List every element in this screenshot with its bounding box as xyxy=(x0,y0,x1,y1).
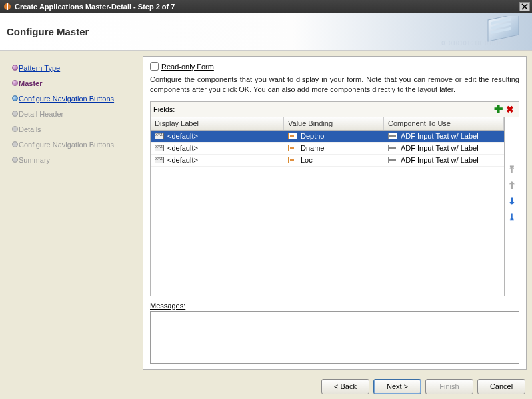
description-text: Configure the components that you want t… xyxy=(150,75,519,95)
messages-label: Messages: xyxy=(150,302,519,310)
binding-icon xyxy=(288,133,297,139)
nav-step-master: Master xyxy=(4,75,137,91)
wizard-nav: Pattern Type Master Configure Navigation… xyxy=(0,51,140,374)
cell-display: <default> xyxy=(167,144,198,152)
nav-label[interactable]: Configure Navigation Buttons xyxy=(19,95,114,103)
move-top-button[interactable]: ⤒ xyxy=(506,163,518,175)
cell-binding: Dname xyxy=(301,144,324,152)
move-up-button[interactable]: ⬆ xyxy=(506,179,518,191)
svg-text:01010101010101010: 01010101010101010 xyxy=(441,40,503,47)
text-icon xyxy=(155,133,164,139)
nav-step-config-nav-buttons-2: Configure Navigation Buttons xyxy=(4,137,137,152)
move-bottom-button[interactable]: ⤓ xyxy=(506,211,518,223)
window-title: Create Applications Master-Detail - Step… xyxy=(15,3,519,11)
main-area: Pattern Type Master Configure Navigation… xyxy=(0,51,532,374)
nav-dot-icon xyxy=(12,126,18,132)
binding-icon xyxy=(288,145,297,151)
fields-header-row: Fields: ✚ ✖ xyxy=(150,101,519,117)
col-display-label[interactable]: Display Label xyxy=(151,117,284,130)
nav-step-summary: Summary xyxy=(4,152,137,167)
remove-field-button[interactable]: ✖ xyxy=(504,103,516,115)
svg-rect-1 xyxy=(7,3,8,10)
readonly-checkbox[interactable] xyxy=(150,62,159,71)
readonly-label[interactable]: Read-only Form xyxy=(161,63,214,71)
nav-dot-icon xyxy=(12,157,18,163)
next-button[interactable]: Next > xyxy=(373,379,421,394)
cell-component: ADF Input Text w/ Label xyxy=(401,144,479,152)
arrow-up-icon: ⬆ xyxy=(508,180,516,191)
finish-button[interactable]: Finish xyxy=(425,379,473,394)
messages-box xyxy=(150,311,519,364)
table-row[interactable]: <default> Deptno ADF Input Text w/ Label xyxy=(151,131,504,143)
content-panel: Read-only Form Configure the components … xyxy=(143,56,527,370)
footer-bar: < Back Next > Finish Cancel xyxy=(0,374,532,399)
cell-binding: Loc xyxy=(301,156,313,164)
titlebar: Create Applications Master-Detail - Step… xyxy=(0,0,532,13)
reorder-buttons: ⤒ ⬆ ⬇ ⤓ xyxy=(505,117,519,296)
close-button[interactable] xyxy=(519,2,530,11)
nav-label: Detail Header xyxy=(19,110,63,118)
nav-label: Summary xyxy=(19,156,50,164)
component-icon xyxy=(388,157,397,163)
text-icon xyxy=(155,145,164,151)
cell-binding: Deptno xyxy=(301,132,324,140)
nav-dot-icon xyxy=(12,111,18,117)
cell-display: <default> xyxy=(167,132,198,140)
page-title: Configure Master xyxy=(7,26,89,37)
component-icon xyxy=(388,145,397,151)
nav-label: Configure Navigation Buttons xyxy=(19,141,114,149)
arrow-down-icon: ⬇ xyxy=(508,196,516,206)
nav-label: Master xyxy=(19,79,42,87)
back-button[interactable]: < Back xyxy=(321,379,369,394)
nav-step-detail-header: Detail Header xyxy=(4,106,137,121)
nav-step-details: Details xyxy=(4,121,137,137)
text-icon xyxy=(155,157,164,163)
fields-table-wrap: Display Label Value Binding Component To… xyxy=(150,117,519,296)
nav-label: Details xyxy=(19,125,41,133)
x-icon: ✖ xyxy=(506,104,514,115)
nav-step-pattern-type[interactable]: Pattern Type xyxy=(4,60,137,75)
col-value-binding[interactable]: Value Binding xyxy=(284,117,384,130)
nav-step-config-nav-buttons-1[interactable]: Configure Navigation Buttons xyxy=(4,91,137,106)
col-component[interactable]: Component To Use xyxy=(384,117,504,130)
table-row[interactable]: <default> Dname ADF Input Text w/ Label xyxy=(151,143,504,155)
nav-dot-icon xyxy=(12,65,18,71)
cell-component: ADF Input Text w/ Label xyxy=(401,156,479,164)
nav-dot-icon xyxy=(12,95,18,101)
header-graphic: 01010101010101010 xyxy=(441,16,528,48)
cell-component: ADF Input Text w/ Label xyxy=(401,132,479,140)
move-down-button[interactable]: ⬇ xyxy=(506,195,518,207)
fields-label: Fields: xyxy=(153,105,492,113)
arrow-top-icon: ⤒ xyxy=(508,164,516,175)
fields-table: Display Label Value Binding Component To… xyxy=(150,117,505,296)
readonly-row: Read-only Form xyxy=(150,62,519,71)
nav-label[interactable]: Pattern Type xyxy=(19,64,60,72)
cell-display: <default> xyxy=(167,156,198,164)
table-row[interactable]: <default> Loc ADF Input Text w/ Label xyxy=(151,155,504,167)
component-icon xyxy=(388,133,397,139)
binding-icon xyxy=(288,157,297,163)
nav-dot-icon xyxy=(12,80,18,86)
add-field-button[interactable]: ✚ xyxy=(492,103,504,115)
cancel-button[interactable]: Cancel xyxy=(477,379,525,394)
app-icon xyxy=(3,2,12,11)
table-header: Display Label Value Binding Component To… xyxy=(151,117,504,131)
header-banner: Configure Master 01010101010101010 xyxy=(0,13,532,51)
nav-dot-icon xyxy=(12,141,18,147)
arrow-bottom-icon: ⤓ xyxy=(508,212,516,222)
plus-icon: ✚ xyxy=(494,103,503,115)
